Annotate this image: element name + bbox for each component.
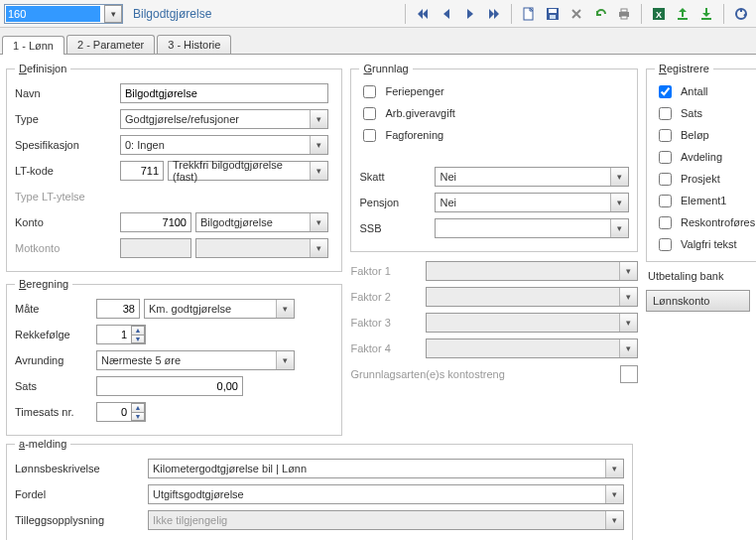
dropdown-icon[interactable] [605, 460, 623, 477]
sats-checkbox[interactable] [659, 107, 672, 120]
export-button[interactable] [672, 3, 693, 25]
dropdown-icon[interactable] [610, 168, 628, 186]
fordel-select[interactable]: Utgiftsgodtgjørelse [148, 484, 624, 504]
belop-label[interactable]: Beløp [681, 129, 709, 141]
dropdown-icon[interactable] [605, 485, 623, 503]
lonns-select[interactable]: Kilometergodtgjørelse bil | Lønn [148, 459, 624, 478]
dropdown-icon[interactable] [310, 110, 327, 128]
valgfri-checkbox[interactable] [659, 238, 672, 251]
dropdown-icon[interactable] [276, 300, 294, 318]
feriepenger-checkbox[interactable] [363, 85, 376, 98]
belop-checkbox[interactable] [659, 129, 672, 142]
svg-text:X: X [656, 10, 662, 20]
gk-label: Grunnlagsarten(e)s kontostreng [350, 368, 616, 380]
dropdown-icon[interactable] [610, 194, 628, 211]
antall-label[interactable]: Antall [681, 85, 708, 97]
legend-grunnlag: Grunnlag [359, 63, 412, 74]
feriepenger-label[interactable]: Feriepenger [385, 85, 443, 97]
type-select[interactable]: Godtgjørelse/refusjoner [120, 109, 328, 129]
legend-definisjon: Definisjon [15, 63, 70, 74]
topbar: Bilgodtgjørelse X [0, 0, 756, 28]
refresh-button[interactable] [730, 3, 752, 25]
dropdown-icon [605, 511, 623, 529]
konto-code-input[interactable] [120, 212, 191, 232]
sats-input[interactable] [96, 376, 243, 396]
element1-checkbox[interactable] [659, 195, 672, 207]
sats-reg-label[interactable]: Sats [681, 107, 702, 119]
mate-text-select[interactable]: Km. godtgjørelse [144, 299, 295, 319]
mate-code-input[interactable] [96, 299, 140, 319]
faktor-area: Faktor 1 Faktor 2 Faktor 3 Faktor 4 Grun… [350, 258, 638, 387]
nav-first-button[interactable] [412, 3, 434, 25]
dropdown-icon[interactable] [310, 162, 327, 180]
nav-last-button[interactable] [483, 3, 505, 25]
valgfri-label[interactable]: Valgfri tekst [681, 238, 737, 250]
save-button[interactable] [542, 3, 564, 25]
tab-lonn[interactable]: 1 - Lønn [2, 36, 64, 55]
arbgiver-label[interactable]: Arb.giveravgift [385, 107, 454, 119]
group-grunnlag: Grunnlag Feriepenger Arb.giveravgift Fag… [350, 63, 638, 252]
pensjon-label: Pensjon [359, 197, 431, 208]
tab-parameter[interactable]: 2 - Parameter [66, 35, 155, 54]
spes-select[interactable]: 0: Ingen [120, 135, 328, 155]
navn-input[interactable] [120, 83, 328, 103]
lt-text-select[interactable]: Trekkfri bilgodtgjørelse (fast) [168, 161, 328, 181]
spin-down-icon[interactable]: ▼ [131, 335, 145, 344]
prosjekt-checkbox[interactable] [659, 173, 672, 186]
ssb-label: SSB [359, 222, 431, 234]
dropdown-icon[interactable] [310, 136, 327, 154]
delete-button[interactable] [566, 3, 587, 25]
fagforening-label[interactable]: Fagforening [385, 129, 443, 141]
konto-text-select[interactable]: Bilgodtgjørelse [195, 212, 328, 232]
avrunding-label: Avrunding [15, 354, 92, 366]
dropdown-icon[interactable] [610, 219, 628, 237]
tillegg-label: Tilleggsopplysning [15, 514, 144, 526]
dropdown-icon [619, 339, 637, 357]
timesats-label: Timesats nr. [15, 406, 92, 418]
avdeling-checkbox[interactable] [659, 151, 672, 164]
legend-registrere: Registrere [655, 63, 713, 74]
spin-down-icon[interactable]: ▼ [131, 412, 145, 422]
spin-up-icon[interactable]: ▲ [131, 326, 145, 335]
faktor3-label: Faktor 3 [350, 317, 422, 329]
lonnskonto-button[interactable]: Lønnskonto [646, 290, 750, 312]
prosjekt-label[interactable]: Prosjekt [681, 173, 720, 185]
spes-value: 0: Ingen [125, 139, 165, 151]
tab-historie[interactable]: 3 - Historie [157, 35, 231, 54]
mate-text: Km. godtgjørelse [149, 303, 231, 315]
reskontro-label[interactable]: Reskontroføres [681, 216, 755, 228]
dropdown-icon[interactable] [276, 351, 294, 369]
fagforening-checkbox[interactable] [363, 129, 376, 142]
navn-label: Navn [15, 87, 116, 99]
mate-label: Måte [15, 303, 92, 315]
avdeling-label[interactable]: Avdeling [681, 151, 722, 163]
reskontro-checkbox[interactable] [659, 216, 672, 229]
lt-code-input[interactable] [120, 161, 164, 181]
toolbar-separator [641, 4, 642, 24]
lt-label: LT-kode [15, 165, 116, 177]
dropdown-icon[interactable] [310, 213, 327, 231]
record-id-input[interactable] [6, 6, 100, 22]
element1-label[interactable]: Element1 [681, 195, 726, 206]
dropdown-icon [619, 288, 637, 306]
new-button[interactable] [518, 3, 540, 25]
faktor3-select [426, 313, 638, 333]
record-title: Bilgodtgjørelse [133, 7, 211, 21]
pensjon-select[interactable]: Nei [435, 193, 629, 212]
excel-button[interactable]: X [648, 3, 670, 25]
record-id-combo[interactable] [4, 4, 123, 24]
arbgiver-checkbox[interactable] [363, 107, 376, 120]
nav-prev-button[interactable] [436, 3, 457, 25]
faktor4-label: Faktor 4 [350, 342, 422, 354]
spin-up-icon[interactable]: ▲ [131, 403, 145, 412]
undo-button[interactable] [589, 3, 611, 25]
avrunding-select[interactable]: Nærmeste 5 øre [96, 350, 295, 370]
ssb-select[interactable] [435, 218, 629, 238]
import-button[interactable] [695, 3, 717, 25]
dropdown-icon [310, 239, 327, 257]
print-button[interactable] [613, 3, 635, 25]
antall-checkbox[interactable] [659, 85, 672, 98]
record-id-dropdown-button[interactable] [104, 5, 122, 23]
skatt-select[interactable]: Nei [435, 167, 629, 187]
nav-next-button[interactable] [459, 3, 481, 25]
